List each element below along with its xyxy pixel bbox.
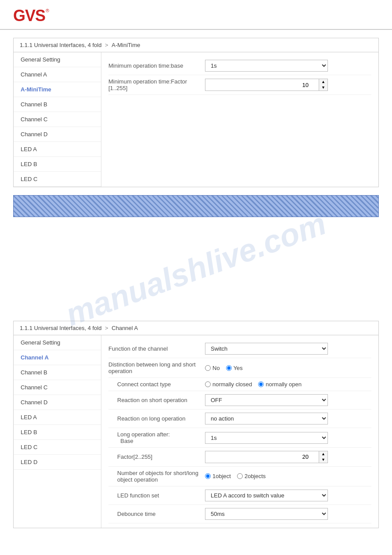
label-num-objects: Number of objects for short/long object … [108, 470, 205, 483]
radio-normally-closed[interactable] [205, 381, 211, 387]
number-arrows-min-factor[interactable]: ▲ ▼ [205, 79, 328, 91]
section1-sidebar: General Setting Channel A A-MiniTime Cha… [14, 52, 101, 187]
row-num-objects: Number of objects for short/long object … [108, 467, 371, 486]
label-function: Function of the channel [108, 345, 205, 352]
select-reaction-long[interactable]: no action action [205, 413, 328, 424]
s2-sidebar-led-a[interactable]: LED A [14, 410, 101, 425]
control-factor[interactable]: ▲ ▼ [205, 451, 371, 463]
radio-2objects-label[interactable]: 2objects [237, 473, 266, 479]
watermark-area: manualshlive.com [0, 225, 392, 313]
label-debounce: Debounce time [108, 511, 205, 517]
section2-body: General Setting Channel A Channel B Chan… [14, 335, 378, 528]
s2-sidebar-led-b[interactable]: LED B [14, 425, 101, 440]
section2-title: 1.1.1 Universal Interfaces, 4 fold > Cha… [14, 321, 378, 335]
s2-sidebar-led-d[interactable]: LED D [14, 455, 101, 470]
arrow-down-factor[interactable]: ▼ [319, 457, 327, 463]
sidebar-item-channel-b[interactable]: Channel B [14, 97, 101, 112]
section1-main: Minimum operation time:base 1s 100ms 10m… [101, 52, 378, 187]
s2-sidebar-channel-a[interactable]: Channel A [14, 350, 101, 365]
sidebar-item-channel-d[interactable]: Channel D [14, 127, 101, 142]
radio-yes-label[interactable]: Yes [226, 365, 243, 371]
arrow-down-min-factor[interactable]: ▼ [319, 85, 327, 91]
section1: 1.1.1 Universal Interfaces, 4 fold > A-M… [13, 38, 379, 187]
header: GVS® [0, 0, 392, 30]
control-function[interactable]: Switch Dimming Shutter [205, 343, 371, 355]
row-led-function: LED function set LED A accord to switch … [108, 486, 371, 505]
arrow-btns-min-factor[interactable]: ▲ ▼ [319, 79, 327, 91]
control-connect-contact: normally closed normally open [205, 381, 371, 388]
label-reaction-short: Reaction on short operation [108, 397, 205, 403]
label-reaction-long: Reaction on long operation [108, 415, 205, 422]
row-connect-contact: Connect contact type normally closed nor… [108, 378, 371, 391]
s2-sidebar-general-setting[interactable]: General Setting [14, 335, 101, 350]
sidebar-item-general-setting[interactable]: General Setting [14, 52, 101, 67]
row-reaction-long: Reaction on long operation no action act… [108, 410, 371, 428]
section1-title: 1.1.1 Universal Interfaces, 4 fold > A-M… [14, 38, 378, 52]
form-row-min-factor: Minimum operation time:Factor [1..255] ▲… [108, 75, 371, 95]
label-led-function: LED function set [108, 492, 205, 499]
sidebar-item-led-a[interactable]: LED A [14, 142, 101, 157]
radio-normally-open-label[interactable]: normally open [258, 381, 302, 388]
arrow-btns-factor[interactable]: ▲ ▼ [319, 451, 327, 463]
section2-sidebar: General Setting Channel A Channel B Chan… [14, 335, 101, 528]
row-debounce: Debounce time 50ms 100ms None [108, 505, 371, 523]
arrow-up-min-factor[interactable]: ▲ [319, 79, 327, 85]
radio-normally-open[interactable] [258, 381, 264, 387]
row-factor: Factor[2..255] ▲ ▼ [108, 448, 371, 467]
select-function[interactable]: Switch Dimming Shutter [205, 343, 328, 355]
s2-sidebar-channel-b[interactable]: Channel B [14, 365, 101, 380]
label-long-op-base: Long operation after: Base [108, 431, 205, 444]
radio-1object-label[interactable]: 1object [205, 473, 231, 479]
select-min-base[interactable]: 1s 100ms 10ms [205, 60, 328, 72]
sidebar-item-led-b[interactable]: LED B [14, 157, 101, 172]
label-factor: Factor[2..255] [108, 453, 205, 460]
control-reaction-long[interactable]: no action action [205, 413, 371, 424]
control-min-factor[interactable]: ▲ ▼ [205, 79, 371, 91]
form-row-min-base: Minimum operation time:base 1s 100ms 10m… [108, 57, 371, 75]
radio-1object[interactable] [205, 473, 211, 479]
logo-reg: ® [46, 8, 49, 13]
row-function: Function of the channel Switch Dimming S… [108, 340, 371, 358]
control-debounce[interactable]: 50ms 100ms None [205, 508, 371, 520]
section1-body: General Setting Channel A A-MiniTime Cha… [14, 52, 378, 187]
row-distinction: Distinction between long and short opera… [108, 358, 371, 378]
radio-yes[interactable] [226, 365, 232, 371]
control-led-function[interactable]: LED A accord to switch value None [205, 490, 371, 501]
watermark-text: manualshlive.com [61, 205, 331, 333]
control-reaction-short[interactable]: OFF ON TOGGLE [205, 394, 371, 406]
sidebar-item-led-c[interactable]: LED C [14, 172, 101, 187]
input-min-factor[interactable] [205, 80, 319, 90]
radio-no[interactable] [205, 365, 211, 371]
input-factor[interactable] [205, 452, 319, 462]
control-distinction: No Yes [205, 365, 371, 371]
select-debounce[interactable]: 50ms 100ms None [205, 508, 328, 520]
control-min-base[interactable]: 1s 100ms 10ms [205, 60, 371, 72]
label-connect-contact: Connect contact type [108, 381, 205, 388]
sidebar-item-a-minitime[interactable]: A-MiniTime [14, 82, 101, 97]
s2-sidebar-channel-c[interactable]: Channel C [14, 380, 101, 395]
section2-main: Function of the channel Switch Dimming S… [101, 335, 378, 528]
row-reaction-short: Reaction on short operation OFF ON TOGGL… [108, 391, 371, 410]
label-min-base: Minimum operation time:base [108, 62, 205, 69]
s2-sidebar-led-c[interactable]: LED C [14, 440, 101, 455]
label-distinction: Distinction between long and short opera… [108, 361, 205, 374]
radio-2objects[interactable] [237, 473, 243, 479]
logo-text: GVS [13, 8, 45, 24]
select-reaction-short[interactable]: OFF ON TOGGLE [205, 394, 328, 406]
sidebar-item-channel-c[interactable]: Channel C [14, 112, 101, 127]
gvs-logo: GVS® [13, 8, 379, 24]
radio-normally-closed-label[interactable]: normally closed [205, 381, 252, 388]
select-led-function[interactable]: LED A accord to switch value None [205, 490, 328, 501]
number-arrows-factor[interactable]: ▲ ▼ [205, 451, 328, 463]
select-long-op-base[interactable]: 1s 100ms [205, 432, 328, 444]
control-long-op-base[interactable]: 1s 100ms [205, 432, 371, 444]
arrow-up-factor[interactable]: ▲ [319, 451, 327, 457]
blue-banner [13, 195, 379, 217]
row-long-op-base: Long operation after: Base 1s 100ms [108, 428, 371, 448]
radio-no-label[interactable]: No [205, 365, 220, 371]
section2: 1.1.1 Universal Interfaces, 4 fold > Cha… [13, 321, 379, 528]
sidebar-item-channel-a[interactable]: Channel A [14, 67, 101, 82]
label-min-factor: Minimum operation time:Factor [1..255] [108, 78, 205, 91]
s2-sidebar-channel-d[interactable]: Channel D [14, 395, 101, 410]
control-num-objects: 1object 2objects [205, 473, 371, 479]
